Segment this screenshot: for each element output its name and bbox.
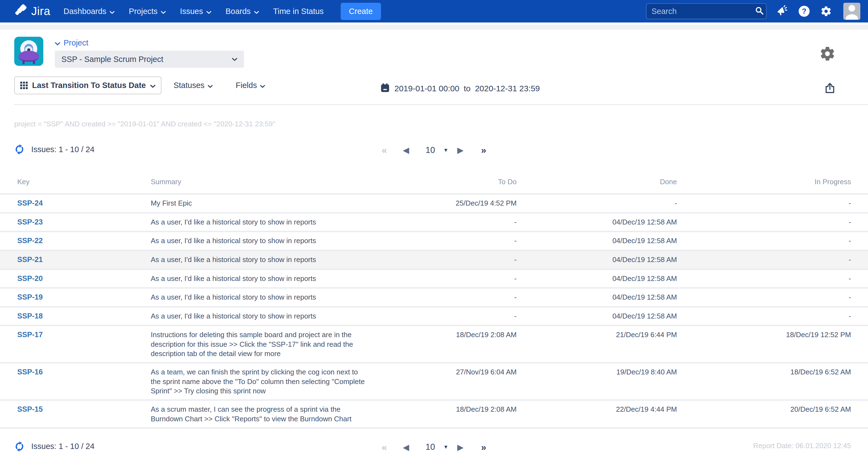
issue-todo-date-cell: 27/Nov/19 6:04 AM [367,363,517,400]
nav-item-label: Dashboards [64,7,106,16]
page-size-select[interactable]: 10 ▼ [426,145,448,155]
nav-item-projects[interactable]: Projects [129,7,166,16]
user-avatar[interactable] [843,3,860,20]
nav-item-time-in-status[interactable]: Time in Status [273,7,324,16]
issue-key-cell: SSP-16 [0,363,151,400]
issue-key-link[interactable]: SSP-21 [17,255,43,264]
issue-summary-cell: As a user, I'd like a historical story t… [151,307,367,326]
issue-done-date-cell: 22/Dec/19 4:44 PM [517,400,677,427]
previous-page-button[interactable]: ◀ [403,443,409,452]
issue-in-progress-date-cell: - [677,232,868,250]
issues-count-group: Issues: 1 - 10 / 24 [14,441,95,452]
column-header-done: Done [517,175,677,194]
issue-done-date-cell: 04/Dec/19 12:58 AM [517,307,677,326]
issue-summary-text: As a user, I'd like a historical story t… [151,255,367,264]
first-page-button[interactable]: « [382,145,387,155]
issue-done-date-cell: 04/Dec/19 12:58 AM [517,213,677,232]
issue-done-date-cell: 04/Dec/19 12:58 AM [517,232,677,250]
next-page-button[interactable]: ▶ [457,145,463,155]
nav-item-dashboards[interactable]: Dashboards [64,7,115,16]
issue-summary-text: As a user, I'd like a historical story t… [151,293,367,302]
export-icon[interactable] [824,82,836,95]
issue-key-link[interactable]: SSP-22 [17,237,43,245]
issue-todo-date-cell: 25/Dec/19 4:52 PM [367,194,517,213]
help-icon[interactable]: ? [798,5,810,18]
report-type-label: Last Transition To Status Date [32,81,146,90]
next-page-button[interactable]: ▶ [457,443,463,452]
issues-table: Key Summary To Do Done In Progress SSP-2… [0,175,868,427]
date-range-picker[interactable]: 2019-01-01 00:00 to 2020-12-31 23:59 [380,83,540,95]
brand-name: Jira [31,5,51,18]
statuses-dropdown[interactable]: Statuses [174,81,213,90]
nav-item-boards[interactable]: Boards [225,7,259,16]
project-avatar [14,37,43,66]
issue-key-cell: SSP-24 [0,194,151,213]
chevron-down-icon [206,7,211,16]
date-to: 2020-12-31 23:59 [475,84,540,93]
issue-done-date-cell: 04/Dec/19 12:58 AM [517,250,677,269]
column-header-key: Key [0,175,151,194]
issue-todo-date-cell: - [367,288,517,307]
issue-key-link[interactable]: SSP-18 [17,312,43,320]
announcements-megaphone-icon[interactable] [776,5,788,18]
fields-dropdown[interactable]: Fields [236,81,265,90]
first-page-button[interactable]: « [382,442,387,453]
project-label-text: Project [64,38,88,48]
issue-key-link[interactable]: SSP-24 [17,199,43,207]
project-label[interactable]: Project [55,38,244,48]
issue-in-progress-date-cell: - [677,250,868,269]
chevron-down-icon [150,81,155,90]
issue-key-cell: SSP-20 [0,269,151,288]
refresh-icon[interactable] [14,441,25,452]
page-size-select[interactable]: 10 ▼ [426,442,448,452]
issue-in-progress-date-cell: - [677,288,868,307]
create-button[interactable]: Create [341,3,381,20]
nav-item-label: Boards [225,7,251,16]
settings-gear-icon[interactable] [819,46,836,63]
chevron-down-icon [254,7,259,16]
issue-summary-text: My First Epic [151,199,367,208]
issue-summary-cell: As a user, I'd like a historical story t… [151,250,367,269]
admin-gear-icon[interactable] [820,5,832,18]
caret-down-icon: ▼ [443,147,448,153]
issue-key-link[interactable]: SSP-17 [17,331,43,339]
issue-summary-cell: As a user, I'd like a historical story t… [151,213,367,232]
nav-item-issues[interactable]: Issues [180,7,211,16]
issue-key-link[interactable]: SSP-19 [17,293,43,301]
issue-summary-text: As a scrum master, I can see the progres… [151,404,367,423]
issue-done-date-cell: 04/Dec/19 12:58 AM [517,288,677,307]
report-type-button[interactable]: Last Transition To Status Date [14,77,161,94]
issue-summary-cell: My First Epic [151,194,367,213]
date-separator: to [464,84,471,93]
search-icon[interactable] [755,6,764,17]
issue-summary-text: As a user, I'd like a historical story t… [151,236,367,245]
project-select[interactable]: SSP - Sample Scrum Project [55,51,244,68]
issue-key-link[interactable]: SSP-15 [17,405,43,413]
issue-key-link[interactable]: SSP-16 [17,368,43,376]
issue-key-link[interactable]: SSP-20 [17,274,43,282]
question-mark-glyph: ? [799,6,810,17]
search-box[interactable] [646,3,767,19]
results-toolbar: Issues: 1 - 10 / 24 « ◀ 10 ▼ ▶ » [0,144,868,162]
table-row: SSP-20As a user, I'd like a historical s… [0,269,868,288]
issue-todo-date-cell: 18/Dec/19 2:08 AM [367,400,517,427]
table-row: SSP-18As a user, I'd like a historical s… [0,307,868,326]
nav-item-label: Projects [129,7,158,16]
issue-summary-text: As a user, I'd like a historical story t… [151,217,367,227]
project-meta: Project SSP - Sample Scrum Project [55,37,244,68]
search-input[interactable] [651,7,755,16]
filter-bar: Last Transition To Status Date Statuses … [14,77,868,105]
previous-page-button[interactable]: ◀ [403,145,409,155]
issue-summary-cell: As a user, I'd like a historical story t… [151,288,367,307]
refresh-icon[interactable] [14,144,25,155]
issue-key-link[interactable]: SSP-23 [17,218,43,226]
issue-in-progress-date-cell: 18/Dec/19 12:52 PM [677,326,868,363]
navbar-right: ? [646,3,860,20]
caret-down-icon: ▼ [443,444,448,450]
last-page-button[interactable]: » [481,145,486,155]
issue-summary-text: As a user, I'd like a historical story t… [151,311,367,321]
avatar-torso-shape [846,14,858,20]
issue-key-cell: SSP-18 [0,307,151,326]
last-page-button[interactable]: » [481,442,486,453]
jira-brand[interactable]: Jira [14,4,51,18]
